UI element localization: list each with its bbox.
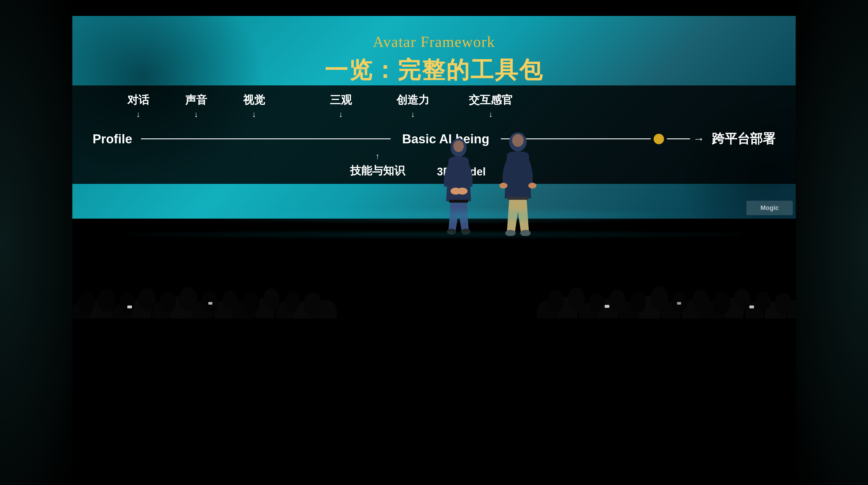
- svg-point-51: [263, 288, 279, 310]
- svg-point-52: [285, 291, 300, 312]
- svg-rect-68: [605, 305, 609, 308]
- svg-point-54: [548, 290, 564, 312]
- label-jiaohu: 交互感官 ↓: [469, 93, 513, 119]
- svg-point-61: [693, 290, 709, 311]
- flow-line-1: [141, 138, 391, 139]
- svg-rect-69: [677, 302, 681, 305]
- svg-point-59: [650, 286, 669, 311]
- arrow-down-shijue: ↓: [252, 110, 256, 119]
- svg-point-42: [79, 292, 95, 314]
- label-sanguan: 三观 ↓: [330, 93, 352, 119]
- svg-point-45: [138, 288, 156, 311]
- flow-end-label: 跨平台部署: [712, 130, 775, 147]
- svg-point-58: [630, 291, 646, 313]
- svg-rect-66: [127, 306, 132, 308]
- svg-rect-71: [69, 318, 799, 335]
- svg-point-43: [98, 289, 115, 312]
- label-duihua: 对话 ↓: [127, 93, 149, 119]
- title-chinese: 一览：完整的工具包: [69, 55, 799, 86]
- svg-point-57: [609, 289, 625, 311]
- stage-glow: [156, 207, 712, 224]
- svg-point-50: [243, 292, 260, 315]
- vignette-right: [796, 0, 868, 485]
- label-shengyin: 声音 ↓: [185, 93, 207, 119]
- svg-point-6: [454, 140, 464, 152]
- audience-area: [69, 155, 799, 335]
- svg-point-53: [303, 292, 322, 316]
- flow-line-container: Profile Basic AI being → 跨平台部署: [93, 130, 775, 147]
- vignette-left: [0, 0, 72, 485]
- flow-line-3: [667, 138, 690, 139]
- svg-point-56: [589, 292, 604, 313]
- flow-start-label: Profile: [93, 132, 132, 146]
- svg-point-62: [713, 292, 730, 315]
- svg-point-49: [222, 290, 238, 310]
- svg-point-47: [179, 287, 197, 311]
- arrow-down-duihua: ↓: [136, 110, 140, 119]
- stage: Avatar Framework 一览：完整的工具包 对话 ↓ 声音 ↓ 视觉: [69, 16, 799, 335]
- svg-point-63: [734, 288, 750, 310]
- svg-point-46: [160, 291, 176, 313]
- svg-rect-70: [749, 306, 754, 308]
- svg-point-44: [120, 293, 135, 314]
- screen-title: Avatar Framework 一览：完整的工具包: [69, 33, 799, 86]
- flow-dot: [654, 134, 664, 144]
- flow-arrow-right: →: [693, 132, 705, 145]
- label-chuangzaoli: 创造力 ↓: [396, 93, 429, 119]
- arrow-down-sanguan: ↓: [339, 110, 343, 119]
- svg-point-65: [775, 293, 792, 316]
- audience-svg: [69, 236, 799, 335]
- svg-point-55: [568, 287, 585, 311]
- title-english: Avatar Framework: [69, 33, 799, 50]
- arrow-down-shengyin: ↓: [194, 110, 198, 119]
- arrow-down-chuangzaoli: ↓: [411, 110, 415, 119]
- svg-rect-67: [208, 302, 212, 305]
- arrow-down-jiaohu: ↓: [489, 110, 493, 119]
- svg-point-13: [512, 134, 524, 147]
- svg-point-64: [756, 291, 771, 312]
- label-shijue: 视觉 ↓: [243, 93, 265, 119]
- presentation-scene: Avatar Framework 一览：完整的工具包 对话 ↓ 声音 ↓ 视觉: [0, 0, 868, 485]
